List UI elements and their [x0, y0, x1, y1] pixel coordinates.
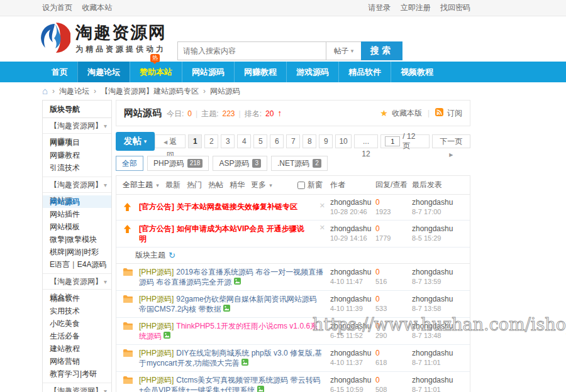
tab-php[interactable]: PHP源码 218	[147, 156, 209, 171]
sidebar-item[interactable]: 引流技术	[43, 161, 111, 174]
author-link[interactable]: zhongdashu	[330, 376, 375, 385]
lastpost-author[interactable]: zhongdashu	[412, 349, 463, 358]
sidebar-item[interactable]: 网络营销	[43, 355, 111, 368]
sidebar-item[interactable]: 精品软件	[43, 292, 111, 305]
author-link[interactable]: zhongdashu	[330, 268, 375, 277]
sidebar-group-build[interactable]: 【淘趣资源网】建站源 ▾	[43, 177, 111, 193]
breadcrumb-forum[interactable]: 淘趣论坛	[59, 86, 89, 97]
filter-hot[interactable]: 热门	[187, 180, 202, 190]
filter-newest[interactable]: 最新	[165, 180, 180, 190]
lastpost-author[interactable]: zhongdashu	[412, 322, 463, 331]
filter-digest[interactable]: 精华	[230, 180, 245, 190]
page-button-3[interactable]: 3	[221, 134, 235, 148]
next-page-button[interactable]: 下一页 ▶	[432, 134, 470, 148]
sidebar-item[interactable]: 小吃美食	[43, 317, 111, 330]
lastpost-date[interactable]: 8-7 11:01	[412, 358, 463, 368]
tab-dotnet[interactable]: .NET源码 2	[271, 156, 328, 171]
nav-item-home[interactable]: 首页	[42, 62, 77, 82]
page-button-8[interactable]: 8	[302, 134, 316, 148]
lastpost-date[interactable]: 8-7 13:59	[412, 277, 463, 286]
thread-tag[interactable]: [PHP源码]	[139, 376, 174, 384]
nav-item-game-source[interactable]: 游戏源码	[286, 62, 338, 82]
page-button-10[interactable]: 10	[335, 134, 351, 148]
page-button-7[interactable]: 7	[286, 134, 300, 148]
attachment-image-icon[interactable]	[164, 332, 170, 340]
new-window-checkbox[interactable]	[297, 182, 305, 189]
announcement-title[interactable]: [官方公告]如何申请成为本站VIP会员 开通步骤说明	[139, 224, 311, 244]
search-button[interactable]: 搜索	[361, 41, 402, 60]
close-icon[interactable]: ✕	[314, 224, 325, 232]
sidebar-item[interactable]: 微擎|微擎模块	[43, 233, 111, 246]
sidebar-item[interactable]: 网赚教程	[43, 149, 111, 161]
set-home-link[interactable]: 设为首页	[42, 3, 72, 12]
author-link[interactable]: zhongdashu	[330, 198, 375, 207]
filter-more-dropdown[interactable]: 更多 ▾	[251, 180, 272, 190]
filter-hot-posts[interactable]: 热帖	[208, 180, 223, 190]
thread-tag[interactable]: [PHP源码]	[139, 322, 174, 330]
tab-all[interactable]: 全部	[116, 156, 143, 171]
find-password-link[interactable]: 找回密码	[440, 3, 470, 12]
subscribe-link[interactable]: 订阅	[447, 108, 462, 119]
attachment-image-icon[interactable]	[223, 305, 230, 313]
page-button-9[interactable]: 9	[319, 134, 333, 148]
nav-item-site-source[interactable]: 网站源码	[182, 62, 234, 82]
nav-item-forum[interactable]: 淘趣论坛	[77, 62, 130, 82]
author-link[interactable]: zhongdashu	[330, 322, 375, 331]
sidebar-item[interactable]: 网站模板	[43, 220, 111, 233]
page-button-4[interactable]: 4	[237, 134, 251, 148]
sidebar-item[interactable]: 教育学习|考研	[43, 368, 111, 380]
login-link[interactable]: 请登录	[368, 3, 391, 12]
sidebar-group-general[interactable]: 【淘趣资源网】综合资 ▾	[43, 274, 111, 290]
lastpost-author[interactable]: zhongdashu	[412, 295, 463, 304]
lastpost-date[interactable]: 8-7 13:58	[412, 304, 463, 313]
breadcrumb-section[interactable]: 【淘趣资源网】建站源码专区	[101, 86, 199, 97]
page-jump-input[interactable]	[385, 136, 400, 146]
close-icon[interactable]: ✕	[314, 202, 325, 210]
lastpost-author[interactable]: zhongdashu	[412, 268, 463, 277]
page-button-2[interactable]: 2	[204, 134, 218, 148]
sidebar-item-site-source[interactable]: 网站源码	[43, 195, 111, 208]
home-icon[interactable]: ⌂	[42, 87, 48, 95]
author-link[interactable]: zhongdashu	[330, 349, 375, 358]
all-topics-dropdown[interactable]: 全部主题 ▾	[123, 180, 159, 190]
sidebar-item[interactable]: 棋牌|网游|时彩	[43, 246, 111, 258]
lastpost-author[interactable]: zhongdashu	[412, 198, 463, 207]
register-link[interactable]: 立即注册	[401, 3, 431, 12]
page-button-last[interactable]: ... 12	[354, 134, 379, 148]
nav-item-software[interactable]: 精品软件	[338, 62, 391, 82]
sidebar-item[interactable]: 建站教程	[43, 342, 111, 355]
favorite-site-link[interactable]: 收藏本站	[82, 3, 112, 12]
new-post-button[interactable]: 发帖 ▾	[116, 132, 155, 151]
sidebar-group-money[interactable]: 【淘趣资源网】网赚项 ▾	[43, 118, 111, 134]
lastpost-author[interactable]: zhongdashu	[412, 376, 463, 385]
search-scope-select[interactable]: 帖子 ▾	[326, 41, 361, 60]
back-button[interactable]: ◀ 返回	[155, 134, 186, 148]
author-link[interactable]: zhongdashu	[330, 295, 375, 304]
page-button-1[interactable]: 1	[188, 134, 202, 148]
favorite-board-link[interactable]: 收藏本版	[392, 108, 422, 119]
sidebar-item[interactable]: E语言｜E4A源码	[43, 258, 111, 271]
lastpost-date[interactable]: 8-5 15:29	[412, 234, 463, 243]
thread-tag[interactable]: [PHP源码]	[139, 295, 174, 303]
sidebar-item[interactable]: 实用技术	[43, 305, 111, 317]
tab-asp[interactable]: ASP源码 3	[213, 156, 267, 171]
sidebar-item[interactable]: 生活必备	[43, 330, 111, 342]
attachment-image-icon[interactable]	[241, 359, 248, 368]
author-link[interactable]: zhongdashu	[330, 224, 375, 234]
sidebar-item[interactable]: 网赚项目	[43, 136, 111, 149]
search-input[interactable]	[178, 43, 326, 59]
lastpost-date[interactable]: 8-7 11:01	[412, 385, 463, 392]
sidebar-group-ecommerce[interactable]: 【淘趣资源网】电商 ▾	[43, 383, 111, 392]
lastpost-date[interactable]: 8-7 17:00	[412, 207, 463, 217]
nav-item-sponsor[interactable]: 热 赞助本站	[130, 62, 182, 82]
attachment-image-icon[interactable]	[257, 386, 264, 392]
thread-tag[interactable]: [PHP源码]	[139, 268, 174, 276]
site-logo[interactable]: 淘趣资源网 为精品资源提供动力	[39, 22, 167, 55]
page-button-5[interactable]: 5	[253, 134, 267, 148]
sidebar-item[interactable]: 网站插件	[43, 208, 111, 220]
refresh-icon[interactable]: ↻	[169, 251, 175, 260]
nav-item-video-tutorial[interactable]: 视频教程	[391, 62, 443, 82]
announcement-title[interactable]: [官方公告]关于本站网盘链接失效修复补链专区	[139, 202, 311, 212]
page-button-6[interactable]: 6	[270, 134, 284, 148]
attachment-image-icon[interactable]	[234, 278, 241, 286]
